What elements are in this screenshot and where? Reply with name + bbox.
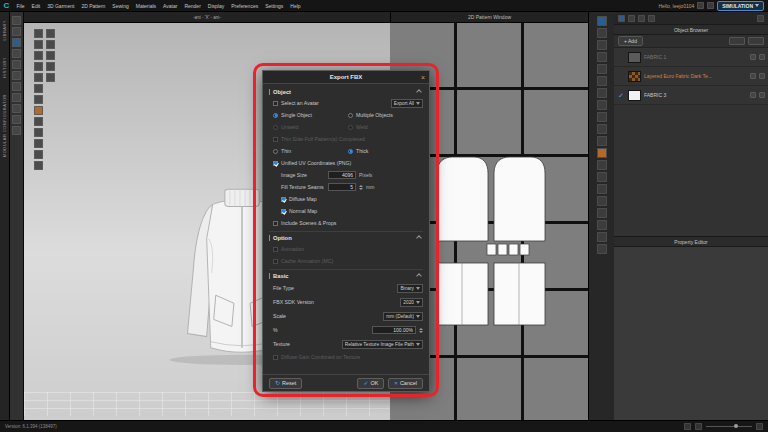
tool-icon[interactable]	[34, 40, 43, 49]
panel-mode-icon-active[interactable]	[618, 15, 625, 22]
tool-icon[interactable]	[46, 29, 55, 38]
tool-icon[interactable]	[34, 62, 43, 71]
percent-input[interactable]: 100.00%	[372, 326, 416, 334]
tool-icon[interactable]	[597, 52, 607, 62]
tool-icon[interactable]	[12, 82, 21, 91]
tool-icon[interactable]	[597, 232, 607, 242]
unweld-radio[interactable]	[273, 125, 278, 130]
tool-icon[interactable]	[12, 16, 21, 25]
image-size-input[interactable]: 4096	[328, 171, 356, 179]
menu-sewing[interactable]: Sewing	[109, 0, 132, 12]
tool-icon[interactable]	[597, 220, 607, 230]
tab-history[interactable]: HISTORY	[2, 57, 7, 78]
property-editor-header[interactable]: Property Editor	[614, 236, 768, 247]
tool-icon[interactable]	[597, 64, 607, 74]
export-target-dropdown[interactable]: Export All	[391, 99, 423, 108]
collapse-chevron-icon[interactable]	[416, 273, 422, 279]
fabric-list-item-selected[interactable]: ✓ FABRIC 3	[614, 86, 768, 105]
fabric-list-item[interactable]: FABRIC 1	[614, 48, 768, 67]
options-icon[interactable]	[759, 54, 765, 60]
multiple-objects-radio[interactable]	[348, 113, 353, 118]
ok-button[interactable]: ✓ OK	[357, 378, 384, 389]
thin-side-checkbox[interactable]	[273, 137, 278, 142]
tool-icon[interactable]	[46, 62, 55, 71]
include-scenes-checkbox[interactable]	[273, 221, 278, 226]
file-type-dropdown[interactable]: Binary	[397, 284, 423, 293]
sdk-version-dropdown[interactable]: 2020	[400, 298, 423, 307]
tool-icon[interactable]	[597, 136, 607, 146]
add-button[interactable]: + Add	[618, 36, 643, 46]
tool-icon[interactable]	[34, 139, 43, 148]
tool-icon-active[interactable]	[34, 106, 43, 115]
tool-icon[interactable]	[46, 40, 55, 49]
tool-icon[interactable]	[34, 51, 43, 60]
edit-icon[interactable]	[750, 54, 756, 60]
fullscreen-icon[interactable]	[756, 423, 763, 430]
close-icon[interactable]: ×	[421, 71, 425, 84]
tool-icon-active[interactable]	[597, 16, 607, 26]
thick-radio[interactable]	[348, 149, 353, 154]
section-option-header[interactable]: Option	[269, 232, 423, 243]
tool-icon[interactable]	[34, 29, 43, 38]
tool-icon[interactable]	[34, 128, 43, 137]
tool-icon[interactable]	[597, 100, 607, 110]
tool-icon[interactable]	[46, 51, 55, 60]
view-mode-icon[interactable]	[684, 423, 691, 430]
edit-icon[interactable]	[750, 92, 756, 98]
zoom-slider-knob[interactable]	[734, 424, 738, 428]
tool-icon[interactable]	[597, 184, 607, 194]
panel-mode-icon[interactable]	[648, 15, 655, 22]
menu-settings[interactable]: Settings	[262, 0, 287, 12]
tool-icon[interactable]	[12, 104, 21, 113]
panel-mode-icon[interactable]	[628, 15, 635, 22]
fabric-list-item[interactable]: Layered Euro Fabric Dark Te...	[614, 67, 768, 86]
normal-map-checkbox[interactable]	[281, 209, 286, 214]
section-object-header[interactable]: Object	[269, 86, 423, 97]
copy-button[interactable]	[729, 37, 745, 45]
scale-dropdown[interactable]: mm (Default)	[383, 312, 423, 321]
tool-icon[interactable]	[12, 60, 21, 69]
tool-icon[interactable]	[597, 88, 607, 98]
grid-toggle-icon[interactable]	[695, 423, 702, 430]
menu-edit[interactable]: Edit	[28, 0, 44, 12]
notification-icon[interactable]	[697, 2, 704, 9]
collapse-chevron-icon[interactable]	[416, 89, 422, 95]
percent-stepper[interactable]	[419, 328, 423, 333]
tool-icon[interactable]	[12, 126, 21, 135]
menu-preferences[interactable]: Preferences	[228, 0, 262, 12]
diffuse-map-checkbox[interactable]	[281, 197, 286, 202]
tool-icon[interactable]	[597, 160, 607, 170]
menu-materials[interactable]: Materials	[132, 0, 159, 12]
thin-radio[interactable]	[273, 149, 278, 154]
apps-grid-icon[interactable]	[707, 2, 714, 9]
diffuse-gain-checkbox[interactable]	[273, 355, 278, 360]
tool-icon[interactable]	[34, 73, 43, 82]
app-logo[interactable]: C	[0, 0, 13, 12]
cache-animation-checkbox[interactable]	[273, 259, 278, 264]
texture-dropdown[interactable]: Relative Texture Image File Path	[342, 340, 423, 349]
tool-icon[interactable]	[12, 38, 21, 47]
tool-icon[interactable]	[34, 84, 43, 93]
unified-uv-checkbox[interactable]	[273, 161, 278, 166]
tool-icon[interactable]	[597, 28, 607, 38]
fill-seams-input[interactable]: 5	[328, 183, 356, 191]
weld-radio[interactable]	[348, 125, 353, 130]
dialog-titlebar[interactable]: Export FBX ×	[263, 71, 429, 84]
tool-icon[interactable]	[12, 115, 21, 124]
tool-icon[interactable]	[597, 244, 607, 254]
menu-file[interactable]: File	[13, 0, 28, 12]
fabric-name[interactable]: FABRIC 1	[644, 54, 747, 60]
menu-help[interactable]: Help	[287, 0, 304, 12]
edit-icon[interactable]	[750, 73, 756, 79]
fill-seams-stepper[interactable]	[359, 185, 363, 190]
tool-icon[interactable]	[597, 112, 607, 122]
panel-mode-icon[interactable]	[638, 15, 645, 22]
delete-button[interactable]	[748, 37, 764, 45]
tool-icon[interactable]	[34, 95, 43, 104]
select-avatar-checkbox[interactable]	[273, 101, 278, 106]
tool-icon[interactable]	[12, 71, 21, 80]
tool-icon[interactable]	[597, 172, 607, 182]
tool-icon-active[interactable]	[597, 148, 607, 158]
tool-icon[interactable]	[34, 150, 43, 159]
fabric-swatch[interactable]	[628, 90, 641, 101]
